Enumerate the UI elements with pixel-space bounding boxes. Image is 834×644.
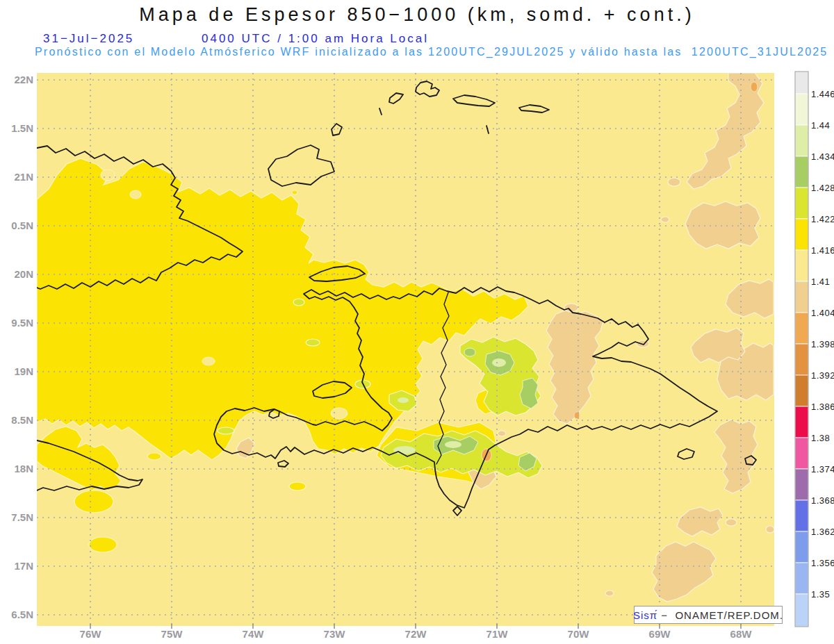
lon-label-75w: 75W [158, 628, 186, 640]
colorbar-segment [795, 344, 808, 375]
lat-label-21-5n: 1.5N [0, 122, 33, 134]
colorbar-label: 1.416 [811, 245, 834, 256]
lat-label-18n: 18N [0, 463, 33, 474]
colorbar-label: 1.362 [811, 527, 834, 537]
attribution-brand: Sisπ́ [633, 609, 657, 621]
lon-label-68w: 68W [727, 628, 755, 640]
colorbar-segment [795, 125, 808, 156]
lat-label-16-5n: 6.5N [0, 609, 33, 620]
lat-label-22n: 22N [0, 74, 33, 85]
lat-label-17n: 17N [0, 560, 33, 572]
colorbar-segment [795, 500, 808, 531]
colorbar-label: 1.422 [811, 214, 834, 224]
colorbar-label: 1.38 [811, 433, 830, 443]
lat-label-19-5n: 9.5N [0, 317, 33, 329]
lon-label-74w: 74W [239, 628, 267, 640]
lon-label-71w: 71W [483, 628, 511, 640]
colorbar-segment [795, 250, 808, 281]
colorbar-label: 1.404 [811, 308, 834, 318]
colorbar-label: 1.428 [811, 183, 834, 193]
colorbar-label: 1.35 [811, 589, 830, 600]
colorbar-segment [795, 406, 808, 438]
colorbar [0, 0, 834, 644]
colorbar-label: 1.398 [811, 339, 834, 349]
lon-label-72w: 72W [402, 628, 430, 640]
colorbar-segment [795, 469, 808, 500]
lat-label-19n: 19N [0, 365, 33, 377]
colorbar-segment [795, 156, 808, 188]
lat-label-17-5n: 7.5N [0, 511, 33, 523]
colorbar-segment [795, 438, 808, 469]
colorbar-segment [795, 594, 808, 627]
lon-label-70w: 70W [564, 628, 592, 640]
colorbar-label: 1.374 [811, 464, 834, 474]
lat-label-21n: 21N [0, 171, 33, 183]
colorbar-label: 1.446 [811, 89, 834, 99]
colorbar-segment [795, 313, 808, 344]
colorbar-segment [795, 375, 808, 406]
lon-label-76w: 76W [76, 628, 104, 640]
lat-label-18-5n: 8.5N [0, 414, 33, 426]
colorbar-label: 1.356 [811, 558, 834, 568]
colorbar-segment [795, 219, 808, 250]
weather-map-page: { "header": { "title": "Mapa de Espesor … [0, 0, 834, 644]
attribution-org: − ONAMET/REP.DOM. [657, 609, 783, 621]
attribution-box: Sisπ́ − ONAMET/REP.DOM. [634, 606, 783, 624]
colorbar-segment [795, 94, 808, 125]
colorbar-label: 1.41 [811, 276, 830, 287]
colorbar-label: 1.386 [811, 402, 834, 412]
colorbar-label: 1.44 [811, 120, 830, 131]
lat-label-20-5n: 0.5N [0, 220, 33, 231]
colorbar-label: 1.368 [811, 495, 834, 506]
colorbar-segment [795, 72, 808, 94]
lat-label-20n: 20N [0, 268, 33, 280]
colorbar-segment [795, 531, 808, 563]
colorbar-segment [795, 563, 808, 594]
colorbar-label: 1.434 [811, 151, 834, 162]
colorbar-label: 1.392 [811, 370, 834, 381]
lon-label-69w: 69W [646, 628, 673, 640]
lon-label-73w: 73W [320, 628, 348, 640]
colorbar-segment [795, 281, 808, 313]
colorbar-segment [795, 188, 808, 219]
